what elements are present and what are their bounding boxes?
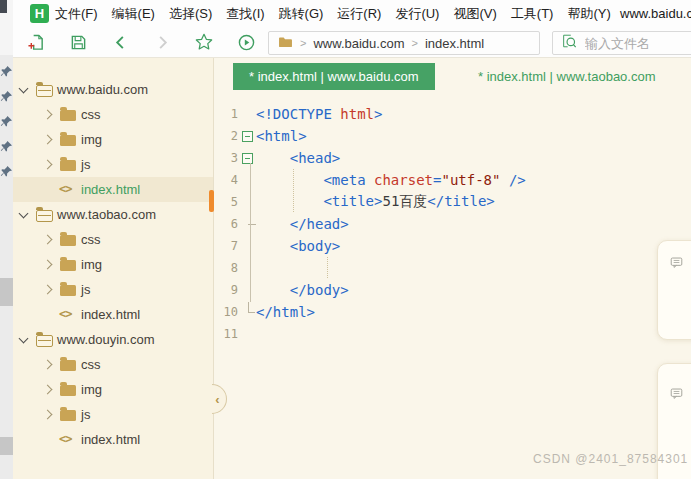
editor-tab-0[interactable]: * index.html | www.baidu.com (233, 63, 435, 90)
code-segment: "utf-8" (441, 172, 500, 188)
code-segment: 51百度 (382, 193, 427, 209)
tree-item-label: js (81, 152, 90, 177)
indent-guide (293, 169, 294, 212)
fold-gutter[interactable] (238, 224, 256, 225)
tree-item-css[interactable]: css (13, 352, 213, 377)
back-icon[interactable] (110, 32, 130, 52)
background-window-segment (0, 437, 13, 455)
new-file-icon[interactable] (26, 32, 46, 52)
tree-item-index.html[interactable]: <>index.html (13, 427, 213, 452)
chevron-right-icon[interactable] (43, 160, 53, 170)
menu-item-1[interactable]: 编辑(E) (112, 0, 155, 27)
tree-item-label: img (81, 377, 102, 402)
sidebar-collapse-handle[interactable]: ‹ (212, 384, 227, 414)
fold-gutter[interactable] (238, 312, 256, 313)
tree-item-img[interactable]: img (13, 127, 213, 152)
star-icon[interactable] (194, 32, 214, 52)
line-number[interactable]: 2 (213, 129, 238, 143)
tree-item-index.html[interactable]: <>index.html (13, 177, 213, 202)
fold-end (248, 302, 255, 313)
line-number[interactable]: 1 (213, 107, 238, 121)
line-number[interactable]: 7 (213, 239, 238, 253)
editor-tab-1[interactable]: * index.html | www.taobao.com (462, 63, 672, 90)
chevron-right-icon[interactable] (43, 285, 53, 295)
tree-item-js[interactable]: js (13, 402, 213, 427)
forward-icon[interactable] (152, 32, 172, 52)
line-number[interactable]: 9 (213, 283, 238, 297)
menu-item-0[interactable]: 文件(F) (55, 0, 98, 27)
chevron-down-icon[interactable] (19, 84, 29, 94)
floating-widget-card[interactable] (657, 240, 691, 340)
tree-item-img[interactable]: img (13, 252, 213, 277)
fold-collapse-icon[interactable] (242, 153, 253, 164)
code-segment: </head> (290, 216, 349, 232)
tree-item-label: img (81, 127, 102, 152)
breadcrumb-separator: > (411, 37, 417, 49)
code-text: </head> (256, 216, 349, 232)
tree-item-label: css (81, 227, 101, 252)
chevron-down-icon[interactable] (19, 334, 29, 344)
fold-gutter[interactable] (238, 131, 256, 142)
code-segment (256, 193, 323, 209)
line-number[interactable]: 6 (213, 217, 238, 231)
tree-item-label: img (81, 252, 102, 277)
chevron-right-icon[interactable] (43, 110, 53, 120)
tree-item-css[interactable]: css (13, 227, 213, 252)
line-number[interactable]: 10 (213, 305, 238, 319)
folder-icon (60, 235, 76, 246)
folder-icon (60, 110, 76, 121)
tree-item-www.taobao.com[interactable]: www.taobao.com (13, 202, 213, 227)
line-number[interactable]: 4 (213, 173, 238, 187)
menu-bar: H 文件(F)编辑(E)选择(S)查找(I)跳转(G)运行(R)发行(U)视图(… (13, 0, 691, 27)
code-line: 7 <body> (213, 235, 691, 257)
folder-icon (60, 410, 76, 421)
code-segment: > (374, 106, 382, 122)
folder-icon (60, 285, 76, 296)
menu-item-5[interactable]: 运行(R) (337, 0, 381, 27)
tree-item-label: www.douyin.com (57, 327, 155, 352)
breadcrumb-item-project[interactable]: www.baidu.com (313, 36, 404, 51)
code-segment: charset (374, 172, 433, 188)
menu-item-9[interactable]: 帮助(Y) (567, 0, 610, 27)
file-search-box[interactable] (552, 31, 691, 55)
chevron-right-icon[interactable] (43, 385, 53, 395)
fold-collapse-icon[interactable] (242, 131, 253, 142)
save-icon[interactable] (68, 32, 88, 52)
chevron-right-icon[interactable] (43, 260, 53, 270)
line-number[interactable]: 11 (213, 327, 238, 341)
menu-item-2[interactable]: 选择(S) (169, 0, 212, 27)
menu-item-3[interactable]: 查找(I) (226, 0, 264, 27)
tree-item-img[interactable]: img (13, 377, 213, 402)
tree-item-js[interactable]: js (13, 152, 213, 177)
run-icon[interactable] (236, 32, 256, 52)
menu-item-7[interactable]: 视图(V) (453, 0, 496, 27)
chevron-right-icon[interactable] (43, 135, 53, 145)
tree-item-index.html[interactable]: <>index.html (13, 302, 213, 327)
pushpin-icon (0, 64, 13, 77)
line-number[interactable]: 3 (213, 151, 238, 165)
menu-item-4[interactable]: 跳转(G) (279, 0, 324, 27)
tree-item-label: www.baidu.com (57, 77, 148, 102)
menu-item-6[interactable]: 发行(U) (395, 0, 439, 27)
html-file-icon: <> (59, 177, 71, 202)
code-text: <head> (256, 150, 340, 166)
search-input[interactable] (585, 36, 685, 51)
tree-item-label: js (81, 402, 90, 427)
tree-item-js[interactable]: js (13, 277, 213, 302)
tree-item-www.douyin.com[interactable]: www.douyin.com (13, 327, 213, 352)
chevron-right-icon[interactable] (43, 235, 53, 245)
chevron-right-icon[interactable] (43, 360, 53, 370)
fold-gutter[interactable] (238, 153, 256, 164)
menu-item-8[interactable]: 工具(T) (511, 0, 554, 27)
chevron-right-icon[interactable] (43, 410, 53, 420)
tree-item-www.baidu.com[interactable]: www.baidu.com (13, 77, 213, 102)
line-number[interactable]: 5 (213, 195, 238, 209)
tree-item-label: css (81, 352, 101, 377)
breadcrumb: > www.baidu.com > index.html (268, 31, 540, 55)
tree-item-label: css (81, 102, 101, 127)
tree-item-css[interactable]: css (13, 102, 213, 127)
breadcrumb-item-file[interactable]: index.html (425, 36, 484, 51)
chevron-down-icon[interactable] (19, 209, 29, 219)
line-number[interactable]: 8 (213, 261, 238, 275)
code-segment (256, 282, 290, 298)
